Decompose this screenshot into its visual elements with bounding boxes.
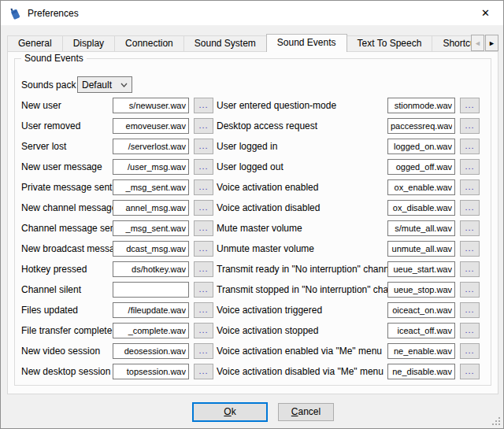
sound-event-label: New channel message — [21, 202, 113, 213]
sound-events-column-left: New user...User removed...Server lost...… — [21, 98, 213, 384]
browse-button[interactable]: ... — [460, 159, 480, 175]
sound-event-label: New desktop session — [21, 366, 113, 377]
tab-text-to-speech[interactable]: Text To Speech — [346, 35, 433, 52]
browse-button[interactable]: ... — [460, 220, 480, 236]
browse-button[interactable]: ... — [460, 241, 480, 257]
sound-event-label: New broadcast message — [21, 243, 113, 254]
tab-connection[interactable]: Connection — [114, 35, 184, 52]
sound-file-input[interactable] — [113, 261, 189, 277]
sound-file-input[interactable] — [387, 179, 455, 195]
sound-event-label: Voice activation enabled via "Me" menu — [217, 346, 387, 357]
sound-event-row: Transmit ready in "No interruption" chan… — [217, 261, 480, 277]
browse-button[interactable]: ... — [460, 118, 480, 134]
sound-file-input[interactable] — [113, 343, 189, 359]
sound-file-input[interactable] — [387, 98, 455, 113]
sound-event-row: User entered question-mode... — [217, 98, 480, 113]
sound-file-input[interactable] — [113, 159, 189, 175]
sound-file-input[interactable] — [113, 118, 189, 134]
sound-event-row: Voice activation enabled... — [217, 179, 480, 195]
sound-event-row: New channel message... — [21, 200, 213, 216]
sound-event-row: Voice activation disabled via "Me" menu.… — [217, 364, 480, 379]
sounds-pack-label: Sounds pack — [21, 80, 77, 91]
tab-display[interactable]: Display — [62, 35, 115, 52]
browse-button[interactable]: ... — [460, 364, 480, 379]
sound-file-input[interactable] — [113, 179, 189, 195]
browse-button[interactable]: ... — [460, 98, 480, 113]
sound-file-input[interactable] — [113, 220, 189, 236]
browse-button[interactable]: ... — [194, 118, 213, 134]
sound-file-input[interactable] — [387, 364, 455, 379]
sound-file-input[interactable] — [113, 323, 189, 338]
browse-button[interactable]: ... — [194, 343, 213, 359]
sound-file-input[interactable] — [387, 343, 455, 359]
sound-event-label: Channel silent — [21, 284, 113, 295]
browse-button[interactable]: ... — [460, 282, 480, 298]
sound-event-label: Server lost — [21, 141, 113, 152]
sound-event-row: Private message sent... — [21, 179, 213, 195]
sound-file-input[interactable] — [113, 302, 189, 318]
tab-sound-events[interactable]: Sound Events — [266, 34, 347, 52]
sound-event-row: New broadcast message... — [21, 241, 213, 257]
walkie-talkie-icon — [8, 6, 22, 20]
sound-event-label: Voice activation stopped — [217, 325, 387, 336]
sound-file-input[interactable] — [113, 282, 189, 298]
sound-event-label: Desktop access request — [217, 120, 387, 131]
browse-button[interactable]: ... — [460, 261, 480, 277]
sound-event-row: Channel silent... — [21, 282, 213, 298]
browse-button[interactable]: ... — [194, 261, 213, 277]
sound-file-input[interactable] — [113, 364, 189, 379]
sound-file-input[interactable] — [387, 302, 455, 318]
sound-file-input[interactable] — [387, 118, 455, 134]
browse-button[interactable]: ... — [460, 302, 480, 318]
browse-button[interactable]: ... — [460, 179, 480, 195]
sounds-pack-dropdown[interactable]: Default — [77, 76, 132, 93]
sound-file-input[interactable] — [387, 282, 455, 298]
ok-button[interactable]: Ok — [192, 402, 268, 422]
sound-event-row: New user message... — [21, 159, 213, 175]
browse-button[interactable]: ... — [460, 343, 480, 359]
browse-button[interactable]: ... — [194, 159, 213, 175]
tab-scroll-left-icon[interactable]: ◄ — [471, 35, 484, 51]
sound-event-label: Voice activation enabled — [217, 182, 387, 193]
sound-file-input[interactable] — [113, 98, 189, 113]
browse-button[interactable]: ... — [194, 98, 213, 113]
browse-button[interactable]: ... — [194, 241, 213, 257]
browse-button[interactable]: ... — [194, 200, 213, 216]
browse-button[interactable]: ... — [194, 302, 213, 318]
browse-button[interactable]: ... — [194, 364, 213, 379]
sound-file-input[interactable] — [387, 139, 455, 154]
sound-file-input[interactable] — [113, 200, 189, 216]
browse-button[interactable]: ... — [194, 282, 213, 298]
sound-file-input[interactable] — [113, 139, 189, 154]
tab-sound-system[interactable]: Sound System — [183, 35, 267, 52]
browse-button[interactable]: ... — [194, 323, 213, 338]
sound-file-input[interactable] — [387, 241, 455, 257]
tab-general[interactable]: General — [7, 35, 63, 52]
sound-file-input[interactable] — [387, 323, 455, 338]
browse-button[interactable]: ... — [460, 200, 480, 216]
browse-button[interactable]: ... — [194, 139, 213, 154]
sound-event-row: Voice activation enabled via "Me" menu..… — [217, 343, 480, 359]
browse-button[interactable]: ... — [460, 139, 480, 154]
resize-grip-icon[interactable] — [491, 416, 501, 426]
sound-event-row: Mute master volume... — [217, 220, 480, 236]
sound-file-input[interactable] — [387, 159, 455, 175]
browse-button[interactable]: ... — [194, 179, 213, 195]
title-bar[interactable]: Preferences ✕ — [1, 1, 503, 25]
sound-event-label: Private message sent — [21, 182, 113, 193]
sound-event-label: Unmute master volume — [217, 243, 387, 254]
sound-events-column-right: User entered question-mode...Desktop acc… — [217, 98, 480, 384]
cancel-button[interactable]: Cancel — [278, 403, 334, 421]
sound-file-input[interactable] — [113, 241, 189, 257]
browse-button[interactable]: ... — [194, 220, 213, 236]
sound-event-row: File transfer complete... — [21, 323, 213, 338]
sounds-pack-row: Sounds pack Default — [21, 76, 132, 93]
sound-event-label: Transmit stopped in "No interruption" ch… — [217, 284, 387, 295]
sound-event-label: User logged in — [217, 141, 387, 152]
sound-file-input[interactable] — [387, 220, 455, 236]
browse-button[interactable]: ... — [460, 323, 480, 338]
tab-scroll-right-icon[interactable]: ► — [485, 35, 498, 51]
sound-file-input[interactable] — [387, 261, 455, 277]
close-button[interactable]: ✕ — [468, 1, 503, 24]
sound-file-input[interactable] — [387, 200, 455, 216]
